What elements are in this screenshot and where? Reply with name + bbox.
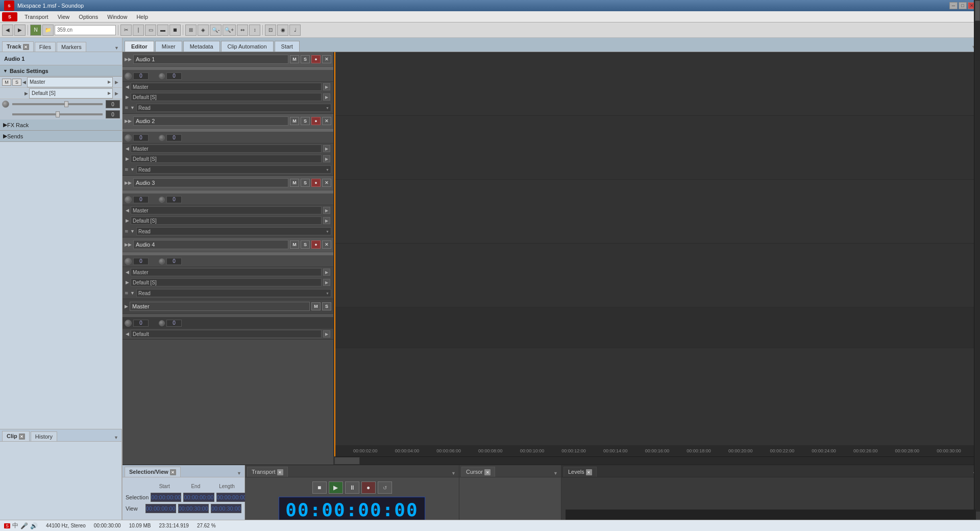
menu-view[interactable]: View [54,13,74,21]
master-dropdown[interactable]: Master [27,77,113,87]
track1-mode-select[interactable]: Read [136,104,331,112]
track1-default-btn[interactable]: ▶ [323,93,330,101]
maximize-button[interactable]: □ [959,2,967,9]
toolbar-zoom-in-button[interactable]: 🔍+ [223,25,236,36]
track3-mode-icon1[interactable]: ≋ [125,229,129,234]
vertical-scrollbar[interactable] [974,52,980,465]
track1-master-input[interactable]: Master [131,83,322,91]
toolbar-zoom-fit-button[interactable]: ⇔ [237,25,248,36]
track2-default-input[interactable]: Default [S] [131,155,322,163]
track3-solo[interactable]: S [301,179,310,187]
play-button[interactable]: ▶ [329,481,343,494]
volume-knob[interactable] [2,101,9,108]
close-transport-tab[interactable]: ✕ [277,469,283,475]
clip-panel-expand[interactable]: ▼ [113,434,119,441]
track1-vol-input[interactable] [133,73,149,80]
track4-vol-knob[interactable] [125,258,132,265]
master-expand[interactable]: ▶ [125,304,128,309]
track2-close[interactable]: ✕ [322,117,331,125]
tab-files[interactable]: Files [35,42,56,52]
track4-mode-icon1[interactable]: ≋ [125,291,129,296]
toolbar-open-button[interactable]: 📁 [42,25,54,36]
track1-name-input[interactable] [133,55,288,64]
master-default-input[interactable]: Default [131,330,322,338]
view-end-value[interactable]: 00:00:30:00 [178,504,209,513]
toolbar-punch-button[interactable]: ◉ [277,25,288,36]
toolbar-forward-button[interactable]: ▶ [14,25,26,36]
tab-transport[interactable]: Transport✕ [247,467,288,477]
view-start-value[interactable]: 00:00:00:00 [145,504,176,513]
timeline-tracks[interactable] [334,52,980,445]
record-button[interactable]: ● [361,481,376,494]
track4-in-arrow[interactable]: ◀ [126,270,129,275]
tab-track[interactable]: Track✕ [2,41,34,52]
pan-slider-handle[interactable] [56,111,60,117]
track3-name-input[interactable] [133,178,288,187]
track4-default-input[interactable]: Default [S] [131,278,322,286]
playhead[interactable] [334,52,335,445]
tab-levels[interactable]: Levels✕ [564,467,597,477]
track3-close[interactable]: ✕ [322,179,331,187]
loop-button[interactable]: ↺ [378,481,392,494]
master-vol-input[interactable] [133,320,149,327]
track2-record[interactable]: ● [311,117,321,125]
track4-mode-select[interactable]: Read [136,289,331,297]
default-dropdown-arrow[interactable]: ▶ [113,91,120,96]
track2-default-btn[interactable]: ▶ [323,155,330,162]
track1-out-arrow[interactable]: ▶ [126,94,129,100]
track4-solo[interactable]: S [301,240,310,249]
track-panel-expand[interactable]: ▼ [113,44,120,52]
track3-record[interactable]: ● [311,179,321,187]
track2-master-btn[interactable]: ▶ [323,145,330,152]
track4-pan-input[interactable] [166,258,182,265]
track1-mode-icon2[interactable]: ▼ [130,105,135,110]
tab-metadata[interactable]: Metadata [183,41,220,52]
sel-length-value[interactable]: 00:00:00:00 [216,493,247,502]
tab-cursor[interactable]: Cursor✕ [461,467,495,477]
sel-start-value[interactable]: 00:00:00:00 [151,493,181,502]
volume-slider-handle[interactable] [64,101,68,107]
track1-expand[interactable]: ▶▶ [125,57,132,62]
basic-settings-header[interactable]: ▼ Basic Settings [0,65,122,77]
close-cursor-tab[interactable]: ✕ [484,469,491,475]
track2-in-arrow[interactable]: ◀ [126,146,129,151]
master-solo[interactable]: S [322,302,331,310]
tab-history[interactable]: History [31,431,57,441]
toolbar-address[interactable]: 359.cn [55,25,116,35]
tab-editor[interactable]: Editor [125,41,154,52]
track2-solo[interactable]: S [301,117,310,125]
close-clip-tab[interactable]: ✕ [19,433,25,440]
sel-panel-expand[interactable]: ▼ [236,470,242,477]
master-pan-input[interactable] [166,320,182,327]
track2-expand[interactable]: ▶▶ [125,118,132,124]
toolbar-cut-button[interactable]: ✂ [120,25,132,36]
track2-vol-input[interactable] [133,134,149,141]
toolbar-select-button[interactable]: ▭ [145,25,156,36]
track4-master-btn[interactable]: ▶ [323,269,330,276]
sel-end-value[interactable]: 00:00:00:00 [183,493,214,502]
track3-master-btn[interactable]: ▶ [323,207,330,214]
track1-solo[interactable]: S [301,55,310,63]
toolbar-new-button[interactable]: N [30,25,41,36]
track4-vol-input[interactable] [133,258,149,265]
cursor-expand[interactable]: ▼ [552,470,559,477]
close-sel-tab[interactable]: ✕ [170,469,176,475]
track1-master-btn[interactable]: ▶ [323,83,330,90]
tab-mixer[interactable]: Mixer [155,41,182,52]
master-name-input[interactable] [130,302,310,311]
track2-mode-select[interactable]: Read [136,165,331,174]
pan-slider[interactable] [12,113,103,115]
close-levels-tab[interactable]: ✕ [586,469,592,475]
close-track-tab[interactable]: ✕ [23,44,29,50]
track2-mute[interactable]: M [290,117,299,125]
track2-master-input[interactable]: Master [131,144,322,153]
track2-vol-knob[interactable] [125,134,132,141]
track3-default-btn[interactable]: ▶ [323,217,330,224]
input-arrow[interactable]: ◀ [22,80,26,85]
track1-pan-knob[interactable] [159,73,165,79]
toolbar-loop-button[interactable]: ⏹ [169,25,181,36]
toolbar-snap-button[interactable]: ⊞ [185,25,197,36]
track4-mode-icon2[interactable]: ▼ [130,291,135,296]
track4-pan-knob[interactable] [159,258,165,264]
track1-pan-input[interactable] [166,73,182,80]
